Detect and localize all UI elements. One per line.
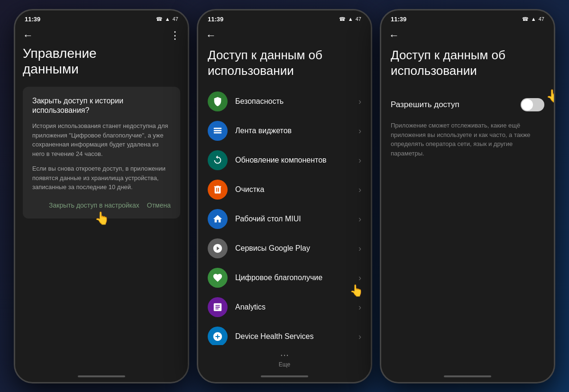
page-title-2: Доступ к данным обиспользовании xyxy=(198,46,371,87)
svg-rect-0 xyxy=(214,128,222,129)
icon-widgets xyxy=(208,121,228,141)
icon-update xyxy=(208,150,228,170)
signal-icon-3: ☎ xyxy=(522,16,529,22)
phone-2-screen: 11:39 ☎ ▲ 47 ← Доступ к данным обиспольз… xyxy=(198,10,371,382)
dialog-text-1: История использования станет недоступна … xyxy=(32,121,171,158)
icon-digital xyxy=(208,268,228,288)
list-item-clean[interactable]: Очистка › xyxy=(202,175,367,204)
app-name-digital: Цифровое благополучие xyxy=(235,273,358,282)
more-dots-icon: ··· xyxy=(280,350,289,360)
allow-access-label: Разрешить доступ xyxy=(391,100,459,109)
dialog-actions: Закрыть доступ в настройках Отмена 👆 xyxy=(32,201,171,209)
allow-access-row: Разрешить доступ 👆 xyxy=(391,94,544,115)
status-icons-2: ☎ ▲ 47 xyxy=(339,16,361,22)
icon-miui xyxy=(208,209,228,229)
time-1: 11:39 xyxy=(25,16,40,23)
app-name-widgets: Лента виджетов xyxy=(235,127,358,135)
home-indicator-2 xyxy=(261,375,308,377)
cursor-hand-1: 👆 xyxy=(94,211,110,226)
app-name-miui: Рабочий стол MIUI xyxy=(235,215,358,223)
phone-1-screen: 11:39 ☎ ▲ 47 ← ⋮ Управлениеданными Закры… xyxy=(15,10,188,382)
home-indicator-1 xyxy=(78,375,125,377)
wifi-icon-2: ▲ xyxy=(348,16,353,22)
chevron-digital: › 👆 xyxy=(358,273,361,283)
icon-gplay xyxy=(208,238,228,258)
list-item-digital[interactable]: Цифровое благополучие › 👆 xyxy=(202,263,367,292)
toggle-knob xyxy=(522,99,533,110)
list-item-update[interactable]: Обновление компонентов › xyxy=(202,146,367,175)
chevron-analytics: › xyxy=(358,302,361,312)
phone-1: 11:39 ☎ ▲ 47 ← ⋮ Управлениеданными Закры… xyxy=(14,9,189,383)
app-name-health: Device Health Services xyxy=(235,332,358,341)
icon-health xyxy=(208,327,228,345)
phone-2: 11:39 ☎ ▲ 47 ← Доступ к данным обиспольз… xyxy=(197,9,372,383)
chevron-miui: › xyxy=(358,214,361,224)
battery-icon-3: 47 xyxy=(539,16,544,22)
app-name-clean: Очистка xyxy=(235,185,358,194)
wifi-icon-1: ▲ xyxy=(165,16,170,22)
list-item-widgets[interactable]: Лента виджетов › xyxy=(202,116,367,146)
close-access-link[interactable]: Закрыть доступ в настройках xyxy=(49,201,139,209)
list-item-analytics[interactable]: Analytics › xyxy=(202,292,367,322)
list-item-miui[interactable]: Рабочий стол MIUI › xyxy=(202,204,367,234)
status-icons-1: ☎ ▲ 47 xyxy=(156,16,178,22)
time-3: 11:39 xyxy=(391,16,406,23)
cancel-button-1[interactable]: Отмена xyxy=(147,201,171,209)
cursor-hand-3: 👆 xyxy=(546,89,554,103)
allow-access-section: Разрешить доступ 👆 Приложение сможет отс… xyxy=(381,87,554,372)
signal-icon-2: ☎ xyxy=(339,16,346,22)
more-label: Еще xyxy=(279,361,290,368)
wifi-icon-3: ▲ xyxy=(531,16,536,22)
dialog-text-2: Если вы снова откроете доступ, в приложе… xyxy=(32,164,171,192)
icon-clean xyxy=(208,180,228,200)
svg-rect-1 xyxy=(214,130,222,131)
phone1-content: Управлениеданными Закрыть доступ к истор… xyxy=(15,46,188,373)
allow-access-toggle[interactable]: 👆 xyxy=(521,98,544,111)
status-bar-3: 11:39 ☎ ▲ 47 xyxy=(381,10,554,26)
chevron-gplay: › xyxy=(358,244,361,254)
app-list: Безопасность › Лента виджетов › Обновлен… xyxy=(198,87,371,345)
list-item-gplay[interactable]: Сервисы Google Play › xyxy=(202,234,367,263)
chevron-update: › xyxy=(358,155,361,165)
phone-3-screen: 11:39 ☎ ▲ 47 ← Доступ к данным обиспольз… xyxy=(381,10,554,382)
more-button-1[interactable]: ⋮ xyxy=(170,29,180,42)
back-button-1[interactable]: ← xyxy=(23,29,33,42)
battery-icon-1: 47 xyxy=(173,16,178,22)
dialog-card: Закрыть доступ к истории использования? … xyxy=(23,87,180,219)
icon-security xyxy=(208,91,228,111)
nav-bar-3: ← xyxy=(381,26,554,46)
status-bar-1: 11:39 ☎ ▲ 47 xyxy=(15,10,188,26)
app-name-gplay: Сервисы Google Play xyxy=(235,244,358,253)
time-2: 11:39 xyxy=(208,16,223,23)
app-name-security: Безопасность xyxy=(235,97,358,106)
status-bar-2: 11:39 ☎ ▲ 47 xyxy=(198,10,371,26)
signal-icon-1: ☎ xyxy=(156,16,163,22)
list-item-security[interactable]: Безопасность › xyxy=(202,87,367,116)
phones-container: 11:39 ☎ ▲ 47 ← ⋮ Управлениеданными Закры… xyxy=(0,0,569,392)
list-item-health[interactable]: Device Health Services › xyxy=(202,322,367,345)
status-icons-3: ☎ ▲ 47 xyxy=(522,16,544,22)
allow-access-desc: Приложение сможет отслеживать, какие ещё… xyxy=(391,121,544,158)
app-name-update: Обновление компонентов xyxy=(235,156,358,164)
battery-icon-2: 47 xyxy=(356,16,361,22)
back-button-2[interactable]: ← xyxy=(206,29,216,42)
chevron-health: › xyxy=(358,332,361,342)
nav-bar-2: ← xyxy=(198,26,371,46)
chevron-security: › xyxy=(358,97,361,107)
nav-bar-1: ← ⋮ xyxy=(15,26,188,46)
icon-analytics xyxy=(208,297,228,317)
app-name-analytics: Analytics xyxy=(235,303,358,311)
phone-3: 11:39 ☎ ▲ 47 ← Доступ к данным обиспольз… xyxy=(380,9,555,383)
chevron-clean: › xyxy=(358,185,361,195)
dialog-title: Закрыть доступ к истории использования? xyxy=(32,96,171,116)
page-title-3: Доступ к данным обиспользовании xyxy=(381,46,554,87)
home-indicator-3 xyxy=(444,375,491,377)
back-button-3[interactable]: ← xyxy=(389,29,399,42)
chevron-widgets: › xyxy=(358,126,361,136)
page-title-1: Управлениеданными xyxy=(23,46,180,77)
svg-rect-2 xyxy=(214,132,222,134)
bottom-more[interactable]: ··· Еще xyxy=(198,345,371,373)
